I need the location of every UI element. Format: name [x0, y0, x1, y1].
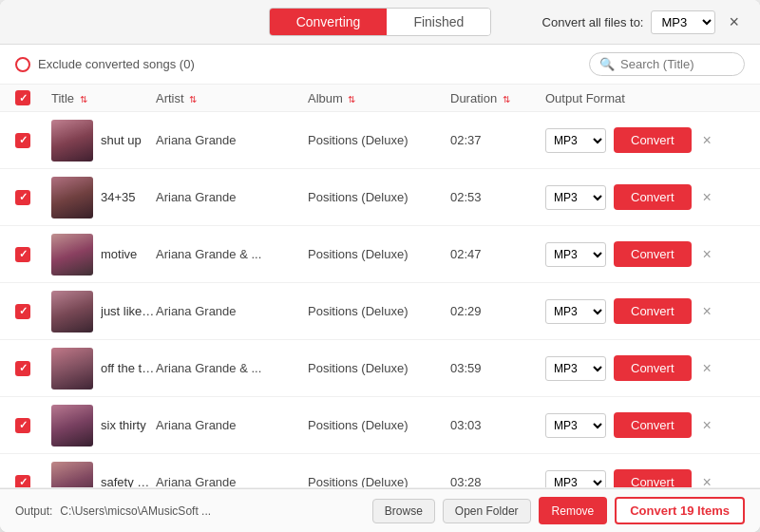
format-actions-1: MP3 AAC FLAC Convert × — [545, 127, 745, 153]
format-actions-4: MP3 AAC FLAC Convert × — [545, 298, 745, 324]
duration-sort-icon: ⇅ — [503, 94, 510, 104]
format-select-3[interactable]: MP3 AAC FLAC — [545, 242, 606, 267]
track-checkbox-6[interactable] — [15, 418, 30, 433]
format-actions-5: MP3 AAC FLAC Convert × — [545, 355, 745, 381]
track-album-6: Positions (Deluxe) — [308, 418, 450, 432]
delete-button-7[interactable]: × — [699, 472, 715, 489]
track-album-7: Positions (Deluxe) — [308, 475, 450, 488]
track-checkbox-7[interactable] — [15, 475, 30, 489]
col-duration-header[interactable]: Duration ⇅ — [450, 91, 545, 105]
col-output-header: Output Format — [545, 91, 745, 105]
convert-button-5[interactable]: Convert — [614, 355, 692, 381]
header: Converting Finished Convert all files to… — [0, 0, 760, 45]
table-row: motive Ariana Grande & ... Positions (De… — [0, 226, 760, 283]
title-cell-3: motive — [51, 234, 156, 276]
table-row: six thirty Ariana Grande Positions (Delu… — [0, 397, 760, 454]
table-row: just like magic Ariana Grande Positions … — [0, 283, 760, 340]
track-thumbnail-1 — [51, 120, 93, 162]
convert-all-items-button[interactable]: Convert 19 Items — [615, 497, 745, 524]
table-row: off the table Ariana Grande & ... Positi… — [0, 340, 760, 397]
col-title-header[interactable]: Title ⇅ — [51, 91, 156, 105]
track-thumbnail-6 — [51, 405, 93, 446]
track-duration-2: 02:53 — [450, 190, 545, 204]
track-album-5: Positions (Deluxe) — [308, 361, 450, 375]
format-actions-6: MP3 AAC FLAC Convert × — [545, 412, 745, 438]
delete-button-5[interactable]: × — [699, 358, 715, 379]
convert-button-6[interactable]: Convert — [614, 412, 692, 438]
browse-button[interactable]: Browse — [372, 499, 435, 523]
artist-sort-icon: ⇅ — [189, 94, 197, 104]
convert-button-2[interactable]: Convert — [614, 184, 692, 210]
track-artist-2: Ariana Grande — [156, 190, 308, 204]
tab-finished[interactable]: Finished — [387, 9, 490, 35]
convert-button-1[interactable]: Convert — [614, 127, 692, 153]
track-thumbnail-7 — [51, 462, 93, 489]
track-thumbnail-4 — [51, 291, 93, 332]
exclude-label: Exclude converted songs (0) — [38, 57, 195, 71]
track-checkbox-3[interactable] — [15, 247, 30, 262]
track-artist-3: Ariana Grande & ... — [156, 247, 308, 261]
convert-button-3[interactable]: Convert — [614, 241, 692, 267]
title-cell-4: just like magic — [51, 291, 156, 332]
select-all-checkbox[interactable] — [15, 90, 30, 105]
format-select-7[interactable]: MP3 AAC FLAC — [545, 470, 606, 489]
track-duration-3: 02:47 — [450, 247, 545, 261]
track-duration-4: 02:29 — [450, 304, 545, 318]
title-cell-7: safety net (feat. Ty ... — [51, 462, 156, 489]
track-checkbox-5[interactable] — [15, 361, 30, 376]
track-artist-1: Ariana Grande — [156, 133, 308, 147]
convert-all-format-select[interactable]: MP3 AAC FLAC — [651, 10, 715, 34]
search-box[interactable]: 🔍 — [589, 52, 745, 76]
title-cell-1: shut up — [51, 120, 156, 162]
track-title-4: just like magic — [101, 304, 156, 318]
track-duration-6: 03:03 — [450, 418, 545, 432]
album-sort-icon: ⇅ — [348, 94, 355, 104]
track-checkbox-1[interactable] — [15, 133, 30, 148]
track-artist-4: Ariana Grande — [156, 304, 308, 318]
format-select-1[interactable]: MP3 AAC FLAC — [545, 128, 606, 153]
track-title-2: 34+35 — [101, 190, 136, 204]
table-row: shut up Ariana Grande Positions (Deluxe)… — [0, 112, 760, 169]
open-folder-button[interactable]: Open Folder — [443, 499, 531, 523]
table-body: shut up Ariana Grande Positions (Deluxe)… — [0, 112, 760, 488]
footer-right: Remove Convert 19 Items — [539, 497, 745, 524]
track-album-2: Positions (Deluxe) — [308, 190, 450, 204]
close-button[interactable]: × — [723, 10, 745, 34]
delete-button-2[interactable]: × — [699, 187, 715, 208]
title-sort-icon: ⇅ — [80, 94, 87, 104]
remove-button[interactable]: Remove — [539, 497, 608, 524]
track-artist-7: Ariana Grande — [156, 475, 308, 488]
title-cell-6: six thirty — [51, 405, 156, 446]
format-select-6[interactable]: MP3 AAC FLAC — [545, 413, 606, 438]
col-album-header[interactable]: Album ⇅ — [308, 91, 450, 105]
exclude-section: Exclude converted songs (0) — [15, 57, 195, 72]
track-title-7: safety net (feat. Ty ... — [101, 475, 156, 488]
delete-button-4[interactable]: × — [699, 301, 715, 322]
subheader: Exclude converted songs (0) 🔍 — [0, 45, 760, 85]
format-select-5[interactable]: MP3 AAC FLAC — [545, 356, 606, 381]
format-select-2[interactable]: MP3 AAC FLAC — [545, 185, 606, 210]
delete-button-3[interactable]: × — [699, 244, 715, 265]
track-thumbnail-2 — [51, 177, 93, 218]
table-header: Title ⇅ Artist ⇅ Album ⇅ Duration ⇅ Outp… — [0, 85, 760, 112]
tab-converting[interactable]: Converting — [270, 9, 388, 35]
output-path: C:\Users\micso\AMusicSoft ... — [60, 504, 364, 518]
convert-all-label: Convert all files to: — [542, 15, 644, 29]
tab-group: Converting Finished — [269, 8, 492, 36]
track-title-5: off the table — [101, 361, 156, 375]
delete-button-6[interactable]: × — [699, 415, 715, 436]
search-input[interactable] — [620, 57, 734, 71]
format-actions-3: MP3 AAC FLAC Convert × — [545, 241, 745, 267]
convert-all-section: Convert all files to: MP3 AAC FLAC × — [491, 10, 745, 34]
col-artist-header[interactable]: Artist ⇅ — [156, 91, 308, 105]
track-checkbox-4[interactable] — [15, 304, 30, 319]
format-select-4[interactable]: MP3 AAC FLAC — [545, 299, 606, 324]
output-label: Output: — [15, 504, 52, 518]
convert-button-4[interactable]: Convert — [614, 298, 692, 324]
track-title-3: motive — [101, 247, 137, 261]
exclude-icon — [15, 57, 30, 72]
track-checkbox-2[interactable] — [15, 190, 30, 205]
convert-button-7[interactable]: Convert — [614, 469, 692, 488]
format-actions-7: MP3 AAC FLAC Convert × — [545, 469, 745, 488]
delete-button-1[interactable]: × — [699, 130, 715, 151]
